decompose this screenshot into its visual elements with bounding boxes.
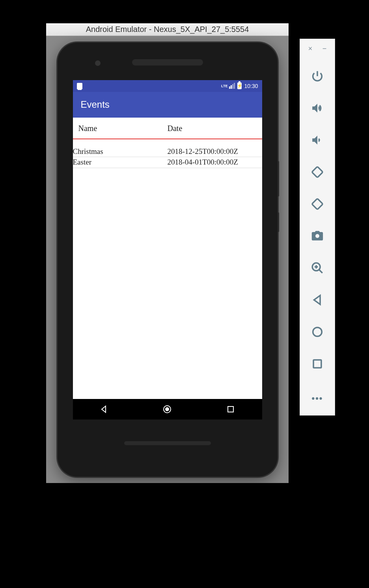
close-button[interactable]: × [306,45,314,53]
minimize-button[interactable]: − [321,45,328,53]
window-titlebar[interactable]: Android Emulator - Nexus_5X_API_27_5:555… [46,23,289,36]
emulator-window: Android Emulator - Nexus_5X_API_27_5:555… [46,23,289,483]
phone-bottom-bezel [58,419,278,457]
emulator-toolbar: × − ••• [300,39,335,416]
bottom-speaker-icon [124,441,211,445]
android-nav-bar [73,399,262,419]
speaker-icon [132,59,203,66]
table-row[interactable]: Christmas 2018-12-25T00:00:00Z [73,139,262,157]
back-button[interactable] [309,291,326,309]
cell-name: Easter [73,157,168,168]
svg-line-7 [319,270,322,273]
rotate-right-button[interactable] [309,195,326,213]
signal-icon [229,83,235,89]
battery-icon: ⚡ [237,82,242,89]
volume-down-button[interactable] [309,131,326,149]
camera-icon [95,60,101,66]
phone-top-bezel [58,43,278,80]
overview-button[interactable] [227,405,235,413]
more-button[interactable]: ••• [309,390,326,407]
svg-point-10 [313,327,322,336]
cell-date: 2018-12-25T00:00:00Z [168,146,262,157]
lte-label: LTE [221,84,227,88]
app-bar: Events [73,92,262,118]
phone-frame: LTE ⚡ 10:30 Events [58,43,278,477]
phone-power-button[interactable] [278,161,279,197]
window-content: LTE ⚡ 10:30 Events [46,36,289,483]
cell-date: 2018-04-01T00:00:00Z [168,157,262,168]
svg-point-5 [315,234,319,238]
clock-label: 10:30 [244,83,258,89]
zoom-button[interactable] [309,259,326,277]
svg-rect-2 [228,406,233,412]
table-body[interactable]: Christmas 2018-12-25T00:00:00Z Easter 20… [73,139,262,168]
table-row[interactable]: Easter 2018-04-01T00:00:00Z [73,157,262,168]
phone-volume-button[interactable] [278,212,279,232]
rotate-left-button[interactable] [309,163,326,181]
window-title: Android Emulator - Nexus_5X_API_27_5:555… [86,25,249,34]
back-button[interactable] [100,405,108,413]
svg-rect-4 [312,198,323,209]
app-content: Name Date Christmas 2018-12-25T00:00:00Z… [73,118,262,168]
table-header: Name Date [73,118,262,139]
header-date: Date [168,124,257,133]
sdcard-icon [77,83,82,89]
svg-rect-11 [313,360,321,368]
home-button[interactable] [309,323,326,341]
cell-name: Christmas [73,146,168,157]
screenshot-button[interactable] [309,227,326,245]
svg-point-1 [165,407,169,411]
app-title: Events [81,99,110,110]
power-button[interactable] [309,67,326,85]
svg-rect-3 [312,166,323,177]
volume-up-button[interactable] [309,99,326,117]
header-name: Name [78,124,168,133]
overview-button[interactable] [309,355,326,373]
home-button[interactable] [162,404,172,414]
phone-screen: LTE ⚡ 10:30 Events [73,80,262,419]
android-status-bar[interactable]: LTE ⚡ 10:30 [73,80,262,92]
